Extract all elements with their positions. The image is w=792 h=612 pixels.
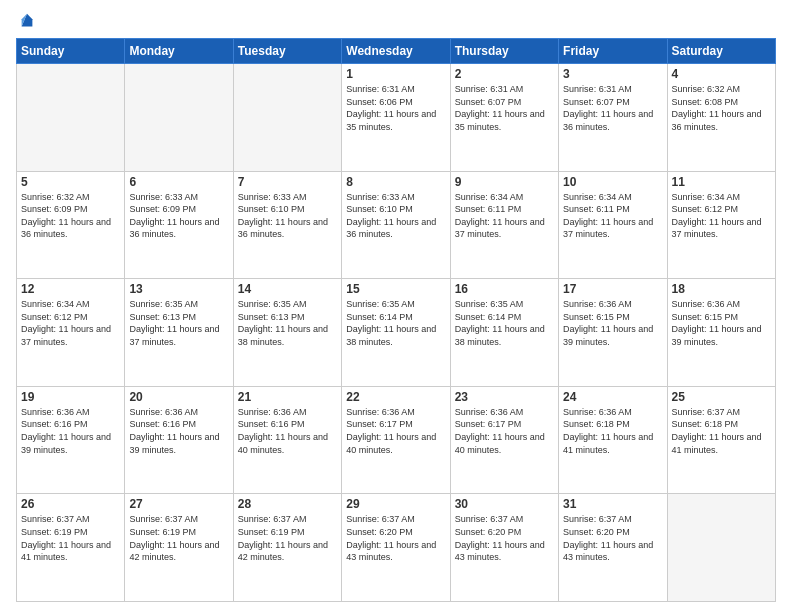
weekday-monday: Monday [125, 39, 233, 64]
day-info: Sunrise: 6:37 AM Sunset: 6:18 PM Dayligh… [672, 406, 771, 456]
day-info: Sunrise: 6:34 AM Sunset: 6:11 PM Dayligh… [455, 191, 554, 241]
day-info: Sunrise: 6:36 AM Sunset: 6:17 PM Dayligh… [346, 406, 445, 456]
day-number: 1 [346, 67, 445, 81]
day-info: Sunrise: 6:34 AM Sunset: 6:12 PM Dayligh… [21, 298, 120, 348]
calendar-table: SundayMondayTuesdayWednesdayThursdayFrid… [16, 38, 776, 602]
day-info: Sunrise: 6:37 AM Sunset: 6:20 PM Dayligh… [455, 513, 554, 563]
day-info: Sunrise: 6:35 AM Sunset: 6:13 PM Dayligh… [238, 298, 337, 348]
day-number: 10 [563, 175, 662, 189]
day-info: Sunrise: 6:37 AM Sunset: 6:19 PM Dayligh… [21, 513, 120, 563]
calendar-cell: 16Sunrise: 6:35 AM Sunset: 6:14 PM Dayli… [450, 279, 558, 387]
calendar-cell: 17Sunrise: 6:36 AM Sunset: 6:15 PM Dayli… [559, 279, 667, 387]
day-info: Sunrise: 6:36 AM Sunset: 6:18 PM Dayligh… [563, 406, 662, 456]
calendar-cell: 20Sunrise: 6:36 AM Sunset: 6:16 PM Dayli… [125, 386, 233, 494]
week-row-3: 19Sunrise: 6:36 AM Sunset: 6:16 PM Dayli… [17, 386, 776, 494]
weekday-wednesday: Wednesday [342, 39, 450, 64]
week-row-4: 26Sunrise: 6:37 AM Sunset: 6:19 PM Dayli… [17, 494, 776, 602]
calendar-cell: 11Sunrise: 6:34 AM Sunset: 6:12 PM Dayli… [667, 171, 775, 279]
day-info: Sunrise: 6:31 AM Sunset: 6:07 PM Dayligh… [455, 83, 554, 133]
calendar-cell: 28Sunrise: 6:37 AM Sunset: 6:19 PM Dayli… [233, 494, 341, 602]
day-info: Sunrise: 6:36 AM Sunset: 6:15 PM Dayligh… [672, 298, 771, 348]
weekday-thursday: Thursday [450, 39, 558, 64]
calendar-cell: 26Sunrise: 6:37 AM Sunset: 6:19 PM Dayli… [17, 494, 125, 602]
page: SundayMondayTuesdayWednesdayThursdayFrid… [0, 0, 792, 612]
calendar-cell: 2Sunrise: 6:31 AM Sunset: 6:07 PM Daylig… [450, 64, 558, 172]
weekday-tuesday: Tuesday [233, 39, 341, 64]
calendar-cell: 23Sunrise: 6:36 AM Sunset: 6:17 PM Dayli… [450, 386, 558, 494]
calendar-cell: 31Sunrise: 6:37 AM Sunset: 6:20 PM Dayli… [559, 494, 667, 602]
weekday-friday: Friday [559, 39, 667, 64]
day-number: 11 [672, 175, 771, 189]
weekday-sunday: Sunday [17, 39, 125, 64]
day-info: Sunrise: 6:36 AM Sunset: 6:15 PM Dayligh… [563, 298, 662, 348]
calendar-cell: 3Sunrise: 6:31 AM Sunset: 6:07 PM Daylig… [559, 64, 667, 172]
day-number: 27 [129, 497, 228, 511]
day-info: Sunrise: 6:35 AM Sunset: 6:13 PM Dayligh… [129, 298, 228, 348]
week-row-2: 12Sunrise: 6:34 AM Sunset: 6:12 PM Dayli… [17, 279, 776, 387]
day-number: 8 [346, 175, 445, 189]
day-number: 19 [21, 390, 120, 404]
day-number: 16 [455, 282, 554, 296]
day-number: 22 [346, 390, 445, 404]
day-info: Sunrise: 6:33 AM Sunset: 6:09 PM Dayligh… [129, 191, 228, 241]
day-number: 2 [455, 67, 554, 81]
day-info: Sunrise: 6:34 AM Sunset: 6:11 PM Dayligh… [563, 191, 662, 241]
calendar-cell: 4Sunrise: 6:32 AM Sunset: 6:08 PM Daylig… [667, 64, 775, 172]
day-number: 3 [563, 67, 662, 81]
day-number: 31 [563, 497, 662, 511]
day-info: Sunrise: 6:36 AM Sunset: 6:16 PM Dayligh… [129, 406, 228, 456]
day-number: 17 [563, 282, 662, 296]
day-number: 13 [129, 282, 228, 296]
day-info: Sunrise: 6:33 AM Sunset: 6:10 PM Dayligh… [346, 191, 445, 241]
calendar-cell: 21Sunrise: 6:36 AM Sunset: 6:16 PM Dayli… [233, 386, 341, 494]
day-info: Sunrise: 6:37 AM Sunset: 6:20 PM Dayligh… [563, 513, 662, 563]
day-number: 23 [455, 390, 554, 404]
logo-text [16, 12, 36, 32]
day-info: Sunrise: 6:32 AM Sunset: 6:08 PM Dayligh… [672, 83, 771, 133]
logo-icon [18, 12, 36, 30]
day-info: Sunrise: 6:33 AM Sunset: 6:10 PM Dayligh… [238, 191, 337, 241]
calendar-cell: 14Sunrise: 6:35 AM Sunset: 6:13 PM Dayli… [233, 279, 341, 387]
calendar-cell [667, 494, 775, 602]
day-number: 4 [672, 67, 771, 81]
day-info: Sunrise: 6:31 AM Sunset: 6:06 PM Dayligh… [346, 83, 445, 133]
day-number: 25 [672, 390, 771, 404]
calendar-cell [17, 64, 125, 172]
day-info: Sunrise: 6:35 AM Sunset: 6:14 PM Dayligh… [455, 298, 554, 348]
calendar-cell [125, 64, 233, 172]
calendar-cell: 29Sunrise: 6:37 AM Sunset: 6:20 PM Dayli… [342, 494, 450, 602]
day-number: 15 [346, 282, 445, 296]
day-number: 24 [563, 390, 662, 404]
day-number: 18 [672, 282, 771, 296]
week-row-1: 5Sunrise: 6:32 AM Sunset: 6:09 PM Daylig… [17, 171, 776, 279]
day-number: 9 [455, 175, 554, 189]
day-info: Sunrise: 6:37 AM Sunset: 6:20 PM Dayligh… [346, 513, 445, 563]
day-info: Sunrise: 6:32 AM Sunset: 6:09 PM Dayligh… [21, 191, 120, 241]
calendar-cell: 19Sunrise: 6:36 AM Sunset: 6:16 PM Dayli… [17, 386, 125, 494]
day-number: 20 [129, 390, 228, 404]
calendar-cell: 8Sunrise: 6:33 AM Sunset: 6:10 PM Daylig… [342, 171, 450, 279]
weekday-header-row: SundayMondayTuesdayWednesdayThursdayFrid… [17, 39, 776, 64]
logo [16, 12, 36, 30]
calendar-cell: 15Sunrise: 6:35 AM Sunset: 6:14 PM Dayli… [342, 279, 450, 387]
calendar-cell: 1Sunrise: 6:31 AM Sunset: 6:06 PM Daylig… [342, 64, 450, 172]
day-info: Sunrise: 6:37 AM Sunset: 6:19 PM Dayligh… [238, 513, 337, 563]
calendar-cell: 27Sunrise: 6:37 AM Sunset: 6:19 PM Dayli… [125, 494, 233, 602]
day-number: 12 [21, 282, 120, 296]
calendar-cell [233, 64, 341, 172]
calendar-cell: 10Sunrise: 6:34 AM Sunset: 6:11 PM Dayli… [559, 171, 667, 279]
calendar-cell: 12Sunrise: 6:34 AM Sunset: 6:12 PM Dayli… [17, 279, 125, 387]
day-number: 30 [455, 497, 554, 511]
calendar-cell: 7Sunrise: 6:33 AM Sunset: 6:10 PM Daylig… [233, 171, 341, 279]
day-info: Sunrise: 6:37 AM Sunset: 6:19 PM Dayligh… [129, 513, 228, 563]
calendar-cell: 5Sunrise: 6:32 AM Sunset: 6:09 PM Daylig… [17, 171, 125, 279]
day-info: Sunrise: 6:35 AM Sunset: 6:14 PM Dayligh… [346, 298, 445, 348]
header [16, 12, 776, 30]
day-info: Sunrise: 6:31 AM Sunset: 6:07 PM Dayligh… [563, 83, 662, 133]
day-number: 6 [129, 175, 228, 189]
calendar-cell: 25Sunrise: 6:37 AM Sunset: 6:18 PM Dayli… [667, 386, 775, 494]
day-number: 7 [238, 175, 337, 189]
calendar-cell: 18Sunrise: 6:36 AM Sunset: 6:15 PM Dayli… [667, 279, 775, 387]
day-number: 21 [238, 390, 337, 404]
calendar-cell: 30Sunrise: 6:37 AM Sunset: 6:20 PM Dayli… [450, 494, 558, 602]
